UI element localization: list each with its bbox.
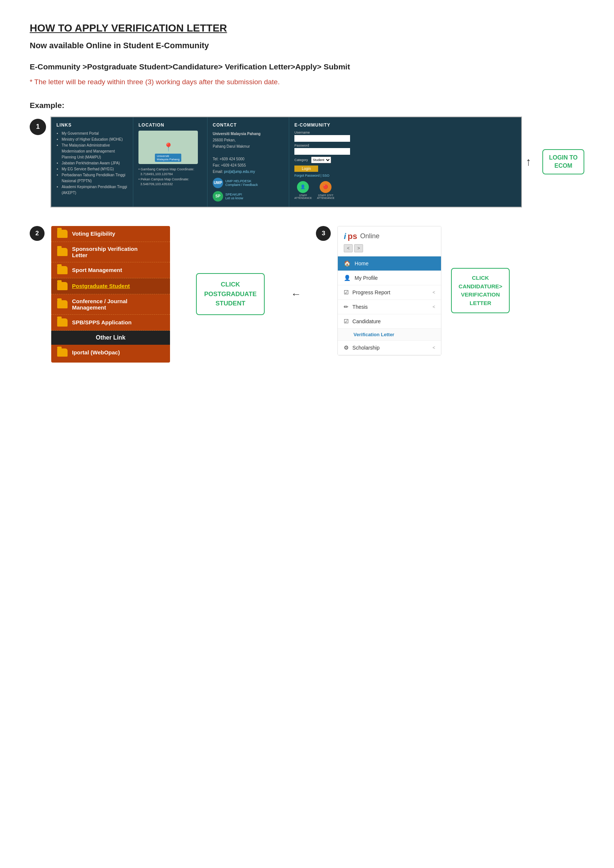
staff-stft-icon: 🔴	[319, 181, 332, 193]
menu-item-sport[interactable]: Sport Management	[51, 262, 170, 278]
page-subtitle: Now available Online in Student E-Commun…	[30, 41, 584, 50]
step3-badge: 3	[316, 226, 331, 241]
other-link-header: Other Link	[51, 331, 170, 345]
menu-item-spb[interactable]: SPB/SPPS Application	[51, 315, 170, 331]
nav-prev-button[interactable]: <	[344, 244, 353, 252]
staff-stft-attendance: 🔴 STAFF STFTATTENDANCE	[317, 181, 335, 199]
helpdesk-label: UMP HELPDESKComplaint / Feedback	[225, 179, 258, 187]
sidebar-sub-verification[interactable]: Verification Letter	[338, 329, 441, 341]
folder-icon	[57, 318, 68, 327]
menu-item-conference[interactable]: Conference / JournalManagement	[51, 294, 170, 315]
ips-logo-ps: ps	[347, 232, 357, 241]
sidebar-item-progress[interactable]: ☑ Progress Report <	[338, 285, 441, 300]
candidature-icon: ☑	[344, 318, 349, 325]
list-item: Ministry of Higher Education (MOHE)	[62, 136, 128, 143]
speakup-icon: SP	[213, 191, 223, 202]
menu-item-sponsorship[interactable]: Sponsorship VerificationLetter	[51, 242, 170, 262]
contact-title: CONTACT	[213, 122, 284, 128]
list-item: My Government Portal	[62, 131, 128, 136]
home-icon: 🏠	[344, 260, 351, 267]
ump-contact-section: CONTACT Universiti Malaysia Pahang 26600…	[207, 117, 289, 207]
nav-next-button[interactable]: >	[354, 244, 363, 252]
menu-item-label: SPB/SPPS Application	[72, 319, 132, 326]
contact-details: Universiti Malaysia Pahang 26600 Pekan,P…	[213, 131, 284, 175]
arrow-to-postgrad: ←	[291, 288, 301, 300]
map-placeholder: 📍 UniversitiMalaysia Pahang	[138, 131, 198, 164]
links-title: LINKS	[56, 122, 128, 128]
ips-logo-online: Online	[360, 232, 379, 240]
staff-attendance: 👤 STAFFATTENDANCE	[295, 181, 312, 199]
menu-item-voting[interactable]: Voting Eligibility	[51, 226, 170, 242]
username-label: Username	[295, 131, 516, 134]
profile-icon: 👤	[344, 274, 351, 281]
list-item: The Malaysian Administrative Modernisati…	[62, 143, 128, 160]
sidebar-item-scholarship[interactable]: ⚙ Scholarship <	[338, 341, 441, 355]
helpdesk-item: UMP UMP HELPDESKComplaint / Feedback	[213, 178, 284, 188]
attendance-icons: 👤 STAFFATTENDANCE 🔴 STAFF STFTATTENDANCE	[295, 181, 516, 199]
steps-2-3-row: 2 Voting Eligibility Sponsorship Verific…	[30, 226, 584, 363]
sidebar-item-candidature[interactable]: ☑ Candidature	[338, 314, 441, 329]
ump-ecommunity-section: E-COMMUNITY Username Password Category S…	[289, 117, 521, 207]
sidebar-item-label: My Profile	[355, 275, 435, 281]
login-to-ecom-box: LOGIN TOECOM	[543, 149, 584, 175]
step1-container: 1 LINKS My Government Portal Ministry of…	[30, 116, 584, 208]
progress-icon: ☑	[344, 289, 349, 296]
arrow-to-login: ↑	[526, 155, 531, 168]
forgot-password-link[interactable]: Forgot Password | SSO	[295, 174, 516, 177]
menu-item-label: Postgraduate Student	[72, 283, 130, 289]
links-list: My Government Portal Ministry of Higher …	[56, 131, 128, 196]
ump-location-section: LOCATION 📍 UniversitiMalaysia Pahang • G…	[133, 117, 207, 207]
list-item: My EG Service Berhad (MYEG)	[62, 166, 128, 172]
sidebar-item-home[interactable]: 🏠 Home	[338, 256, 441, 271]
ecommunity-title: E-COMMUNITY	[295, 122, 516, 128]
map-label: UniversitiMalaysia Pahang	[155, 153, 181, 162]
ips-nav-controls: < >	[344, 244, 435, 252]
sidebar-item-label: Home	[355, 260, 435, 267]
folder-icon	[57, 300, 68, 308]
list-item: Akademi Kepimpinan Pendidikan Tinggi (AK…	[62, 184, 128, 196]
chevron-icon: <	[433, 304, 435, 310]
password-label: Password	[295, 144, 516, 147]
category-select[interactable]: Student Staff	[311, 157, 331, 163]
menu-item-label: Sponsorship VerificationLetter	[72, 246, 138, 258]
ips-sidebar-menu: 🏠 Home 👤 My Profile ☑ Progress Report < …	[338, 256, 441, 355]
staff-attendance-label: STAFFATTENDANCE	[295, 194, 312, 199]
password-input[interactable]	[295, 148, 350, 155]
folder-icon	[57, 266, 68, 274]
list-item: Perbadanan Tabung Pendidikan Tinggi Nasi…	[62, 172, 128, 184]
menu-item-postgrad[interactable]: Postgraduate Student	[51, 278, 170, 294]
category-row: Category Student Staff	[295, 157, 516, 163]
menu-item-label: Voting Eligibility	[72, 231, 115, 237]
folder-icon	[57, 230, 68, 238]
chevron-icon: <	[433, 290, 435, 295]
login-button[interactable]: Login	[295, 166, 318, 172]
folder-icon	[57, 349, 68, 356]
sidebar-item-label: Candidature	[352, 318, 435, 324]
category-label: Category	[295, 158, 308, 162]
sidebar-item-profile[interactable]: 👤 My Profile	[338, 271, 441, 285]
ips-online-header: i ps Online < >	[338, 226, 441, 256]
ump-links-section: LINKS My Government Portal Ministry of H…	[51, 117, 133, 207]
step3-wrapper: 3 i ps Online < > 🏠 Home	[316, 226, 510, 355]
location-title: LOCATION	[138, 122, 202, 128]
password-field: Password	[295, 144, 516, 155]
sidebar-item-label: Scholarship	[352, 345, 433, 351]
example-label: Example:	[30, 101, 584, 110]
location-detail: • Gambang Campus Map Coordinate: 3.71849…	[138, 167, 202, 187]
click-postgrad-box: CLICKPOSTGRADUATESTUDENT	[196, 273, 265, 315]
path-info: E-Community >Postgraduate Student>Candid…	[30, 61, 584, 73]
sidebar-item-label: Thesis	[352, 304, 433, 310]
page-title: HOW TO APPLY VERIFICATION LETTER	[30, 22, 584, 34]
menu-item-iportal[interactable]: Iportal (WebOpac)	[51, 345, 170, 360]
scholarship-icon: ⚙	[344, 344, 349, 351]
helpdesk-icon: UMP	[213, 178, 223, 188]
menu-item-label: Iportal (WebOpac)	[72, 349, 120, 355]
folder-icon	[57, 282, 68, 290]
username-field: Username	[295, 131, 516, 142]
username-input[interactable]	[295, 135, 350, 142]
speakup-item: SP SPEAKUP!Let us know	[213, 191, 284, 202]
folder-icon	[57, 248, 68, 256]
click-candidature-box: CLICKCANDIDATURE>VERIFICATIONLETTER	[451, 268, 510, 313]
sidebar-item-thesis[interactable]: ✏ Thesis <	[338, 300, 441, 314]
menu-item-label: Sport Management	[72, 267, 122, 273]
